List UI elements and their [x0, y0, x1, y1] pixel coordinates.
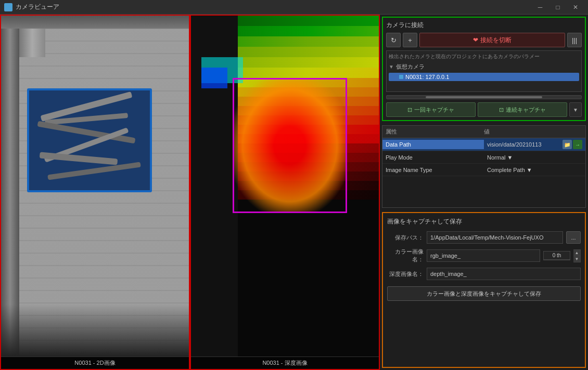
- attr-value-text-playmode: Normal ▼: [487, 154, 582, 161]
- maximize-button[interactable]: □: [549, 2, 566, 12]
- tree-node-icon: [399, 75, 403, 79]
- depth-image-input[interactable]: depth_image_: [427, 268, 581, 280]
- save-section-title: 画像をキャプチャして保存: [387, 217, 581, 226]
- camera-tree-scrollbar[interactable]: [386, 95, 582, 99]
- spinner-up-button[interactable]: ▲: [573, 250, 580, 256]
- capture-once-button[interactable]: ⊡ 一回キャプチャ: [386, 102, 476, 117]
- counter-spinners: ▲ ▼: [573, 249, 581, 262]
- camera-panel-depth: N0031 - 深度画像: [190, 15, 380, 370]
- attributes-section: 属性 値 Data Path vision/data/20210113 📁 →: [382, 125, 586, 208]
- save-action-button[interactable]: カラー画像と深度画像をキャプチャして保存: [387, 286, 581, 301]
- save-path-input[interactable]: 1/AppData/Local/Temp/Mech-Vision-FejUXO: [427, 231, 563, 244]
- camera-connect-section: カメラに接続 ↻ + ❤ 接続を切断 ||| 検出されたカメラと現在のプロジェク…: [382, 17, 586, 121]
- capture-cont-icon: ⊡: [499, 107, 504, 113]
- capture-once-icon: ⊡: [407, 107, 412, 113]
- camera-view-depth: [191, 16, 379, 356]
- close-button[interactable]: ✕: [567, 2, 584, 12]
- tree-parent-label: 仮想カメラ: [396, 63, 425, 71]
- scrollbar-thumb: [426, 96, 542, 98]
- wrenches: [34, 96, 149, 189]
- attr-row-imgnametype[interactable]: Image Name Type Complete Path ▼: [382, 164, 585, 176]
- tree-child-item[interactable]: N0031: 127.0.0.1: [389, 73, 579, 81]
- attr-row-playmode[interactable]: Play Mode Normal ▼: [382, 151, 585, 164]
- titlebar: カメラビューア ─ □ ✕: [0, 0, 588, 15]
- attr-arrow-button[interactable]: →: [573, 140, 582, 149]
- tool-tray: [27, 88, 152, 192]
- minimize-button[interactable]: ─: [532, 2, 548, 12]
- tree-arrow-icon: ▼: [389, 64, 394, 70]
- window-title: カメラビューア: [16, 3, 532, 11]
- capture-continuous-button[interactable]: ⊡ 連続キャプチャ: [478, 102, 567, 117]
- capture-save-section: 画像をキャプチャして保存 保存パス： 1/AppData/Local/Temp/…: [382, 212, 586, 368]
- camera-views-area: N0031 - 2D画像: [0, 15, 380, 370]
- right-panel: カメラに接続 ↻ + ❤ 接続を切断 ||| 検出されたカメラと現在のプロジェク…: [380, 15, 588, 370]
- attr-col-value: 値: [484, 128, 582, 136]
- save-path-label: 保存パス：: [387, 234, 424, 242]
- refresh-button[interactable]: ↻: [386, 33, 401, 47]
- capture-once-label: 一回キャプチャ: [414, 106, 454, 114]
- camera-panel-2d: N0031 - 2D画像: [0, 15, 190, 370]
- capture-dropdown-button[interactable]: ▼: [569, 102, 582, 117]
- main-container: N0031 - 2D画像: [0, 15, 588, 370]
- attr-folder-button[interactable]: 📁: [563, 140, 572, 149]
- attr-row-datapath[interactable]: Data Path vision/data/20210113 📁 →: [382, 138, 585, 151]
- color-image-label: カラー画像名：: [387, 248, 424, 263]
- save-browse-button[interactable]: ...: [566, 231, 581, 244]
- view-depth-content: [191, 16, 379, 356]
- camera-2d-label: N0031 - 2D画像: [1, 356, 189, 369]
- capture-cont-label: 連続キャプチャ: [506, 106, 546, 114]
- spinner-down-button[interactable]: ▼: [573, 256, 580, 262]
- add-camera-button[interactable]: +: [403, 33, 417, 47]
- window-controls: ─ □ ✕: [532, 2, 584, 12]
- tree-child-label: N0031: 127.0.0.1: [405, 74, 449, 80]
- counter-widget: 0 th: [543, 251, 570, 260]
- attr-col-name: 属性: [386, 128, 484, 136]
- attr-value-text-imgnametype: Complete Path ▼: [487, 167, 582, 173]
- depth-bounding-box: [233, 78, 347, 213]
- attr-value-imgnametype: Complete Path ▼: [484, 165, 585, 175]
- attr-name-imgnametype: Image Name Type: [382, 165, 484, 175]
- app-icon: [4, 3, 12, 11]
- color-image-input[interactable]: rgb_image_: [427, 249, 540, 262]
- attr-name-playmode: Play Mode: [382, 153, 484, 162]
- counter-value: 0 th: [544, 252, 570, 260]
- capture-buttons-row: ⊡ 一回キャプチャ ⊡ 連続キャプチャ ▼: [386, 102, 582, 117]
- camera-view-2d: [1, 16, 189, 356]
- attr-value-playmode: Normal ▼: [484, 153, 585, 162]
- tree-description: 検出されたカメラと現在のプロジェクトにあるカメラのパラメー: [389, 53, 579, 60]
- disconnect-button[interactable]: ❤ 接続を切断: [419, 33, 565, 47]
- attr-empty-space: [382, 176, 585, 207]
- attr-value-text-datapath: vision/data/20210113: [487, 141, 560, 148]
- camera-connect-title: カメラに接続: [386, 21, 582, 30]
- camera-tree: 検出されたカメラと現在のプロジェクトにあるカメラのパラメー ▼ 仮想カメラ N0…: [386, 50, 582, 92]
- attributes-header: 属性 値: [382, 126, 585, 138]
- save-path-row: 保存パス： 1/AppData/Local/Temp/Mech-Vision-F…: [387, 231, 581, 244]
- attr-icons-datapath: 📁 →: [563, 140, 582, 149]
- depth-image-row: 深度画像名： depth_image_: [387, 268, 581, 280]
- view-2d-content: [1, 16, 189, 356]
- color-image-row: カラー画像名： rgb_image_ 0 th ▲ ▼: [387, 248, 581, 263]
- camera-depth-label: N0031 - 深度画像: [191, 356, 379, 369]
- camera-toolbar: ↻ + ❤ 接続を切断 |||: [386, 33, 582, 47]
- attr-name-datapath: Data Path: [382, 140, 484, 149]
- attr-value-datapath: vision/data/20210113 📁 →: [484, 138, 585, 151]
- depth-image-label: 深度画像名：: [387, 270, 424, 278]
- settings-button[interactable]: |||: [567, 33, 582, 47]
- tree-parent-item[interactable]: ▼ 仮想カメラ: [389, 62, 579, 72]
